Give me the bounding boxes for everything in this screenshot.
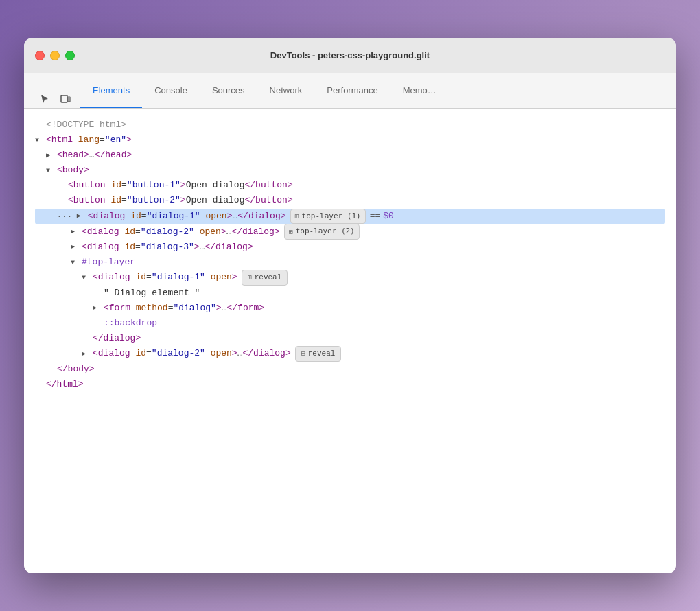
- body-close-line: </body>: [35, 362, 665, 377]
- tab-memory[interactable]: Memo…: [390, 73, 449, 108]
- dots-menu[interactable]: ···: [57, 210, 73, 223]
- devtools-window: DevTools - peters-css-playground.glit El…: [24, 38, 676, 573]
- dialog1-triangle[interactable]: [77, 210, 86, 222]
- window-title: DevTools - peters-css-playground.glit: [270, 50, 430, 60]
- form-line: <form method="dialog">…</form>: [35, 301, 665, 316]
- body-line: <body>: [35, 163, 665, 178]
- form-triangle[interactable]: [93, 302, 102, 314]
- button1-line: <button id="button-1">Open dialog</butto…: [35, 178, 665, 193]
- top-layer-dialog2-triangle[interactable]: [82, 348, 91, 360]
- dialog1-line[interactable]: ··· <dialog id="dialog-1" open>…</dialog…: [35, 209, 665, 224]
- head-triangle[interactable]: [46, 150, 56, 161]
- tab-sources[interactable]: Sources: [200, 73, 257, 108]
- top-layer-dialog1-line: <dialog id="dialog-1" open> ⊞ reveal: [35, 270, 665, 286]
- dialog3-line: <dialog id="dialog-3">…</dialog>: [35, 240, 665, 255]
- top-layer-dialog2-line: <dialog id="dialog-2" open>…</dialog> ⊞ …: [35, 346, 665, 362]
- tab-network[interactable]: Network: [257, 73, 315, 108]
- dialog3-triangle[interactable]: [71, 241, 80, 253]
- top-layer-dialog1-triangle[interactable]: [82, 272, 91, 284]
- titlebar: DevTools - peters-css-playground.glit: [24, 38, 676, 73]
- html-line: <html lang="en">: [35, 132, 665, 148]
- tab-console[interactable]: Console: [142, 73, 200, 108]
- minimize-button[interactable]: [50, 51, 60, 60]
- dialog-text-node: " Dialog element ": [35, 286, 665, 301]
- top-layer-triangle[interactable]: [71, 257, 80, 268]
- html-close-line: </html>: [35, 377, 665, 392]
- backdrop-line: ::backdrop: [35, 316, 665, 331]
- traffic-lights: [35, 51, 75, 60]
- toolbar-icons: [30, 89, 80, 108]
- button2-line: <button id="button-2">Open dialog</butto…: [35, 193, 665, 208]
- top-layer-badge-1[interactable]: ⊞ top-layer (1): [290, 209, 366, 224]
- tabbar: Elements Console Sources Network Perform…: [24, 73, 676, 109]
- tab-performance[interactable]: Performance: [314, 73, 390, 108]
- maximize-button[interactable]: [65, 51, 75, 60]
- elements-panel: <!DOCTYPE html> <html lang="en"> <head>……: [24, 109, 676, 573]
- device-toolbar-button[interactable]: [56, 89, 75, 108]
- dialog2-line: <dialog id="dialog-2" open>…</dialog> ⊞ …: [35, 224, 665, 240]
- top-layer-badge-2[interactable]: ⊞ top-layer (2): [284, 224, 360, 240]
- doctype-line: <!DOCTYPE html>: [35, 117, 665, 132]
- svg-rect-1: [68, 97, 70, 102]
- top-layer-line: #top-layer: [35, 255, 665, 270]
- tab-elements[interactable]: Elements: [80, 73, 142, 108]
- svg-rect-0: [61, 95, 67, 102]
- reveal-badge-2[interactable]: ⊞ reveal: [295, 346, 342, 362]
- body-triangle[interactable]: [46, 165, 56, 176]
- dialog2-triangle[interactable]: [71, 226, 80, 238]
- cursor-icon-button[interactable]: [35, 89, 54, 108]
- dialog1-close-line: </dialog>: [35, 331, 665, 346]
- head-line: <head>…</head>: [35, 148, 665, 163]
- html-triangle[interactable]: [35, 135, 45, 146]
- close-button[interactable]: [35, 51, 45, 60]
- reveal-badge-1[interactable]: ⊞ reveal: [242, 270, 288, 286]
